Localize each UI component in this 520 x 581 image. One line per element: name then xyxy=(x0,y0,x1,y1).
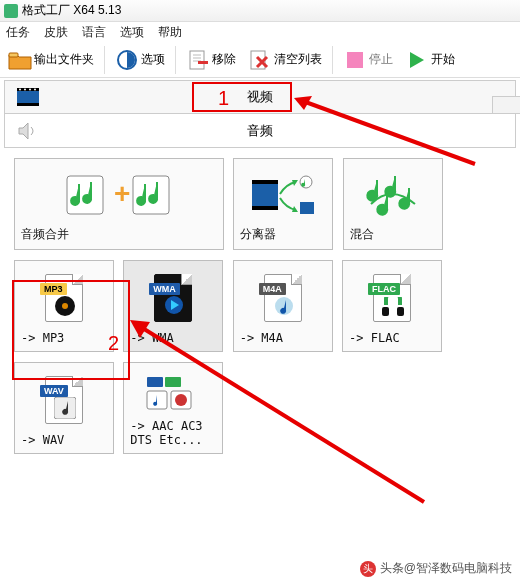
svg-point-13 xyxy=(24,89,26,91)
svg-rect-20 xyxy=(252,180,278,184)
separator xyxy=(332,46,333,74)
card-wav[interactable]: WAV -> WAV xyxy=(14,362,114,454)
remove-icon xyxy=(186,48,210,72)
svg-rect-32 xyxy=(165,377,181,387)
menu-skin[interactable]: 皮肤 xyxy=(44,24,68,41)
window-title: 格式工厂 X64 5.13 xyxy=(22,2,121,19)
card-label: 混合 xyxy=(344,226,374,243)
svg-rect-8 xyxy=(347,52,363,68)
title-bar: 格式工厂 X64 5.13 xyxy=(0,0,520,22)
watermark-text: 头条@智泽数码电脑科技 xyxy=(380,560,512,577)
category-video-label: 视频 xyxy=(247,88,273,106)
svg-point-35 xyxy=(175,394,187,406)
audio-icon xyxy=(17,121,37,141)
toolbar: 输出文件夹 选项 移除 清空列表 停止 开始 xyxy=(0,42,520,78)
card-label: 音频合并 xyxy=(15,226,69,243)
svg-rect-6 xyxy=(198,61,208,64)
options-label: 选项 xyxy=(141,51,165,68)
svg-point-15 xyxy=(34,89,36,91)
menu-bar: 任务 皮肤 语言 选项 帮助 xyxy=(0,22,520,42)
card-label: -> MP3 xyxy=(15,331,64,345)
category-audio-label: 音频 xyxy=(247,122,273,140)
output-folder-button[interactable]: 输出文件夹 xyxy=(4,46,98,74)
separator xyxy=(175,46,176,74)
separator xyxy=(104,46,105,74)
menu-options[interactable]: 选项 xyxy=(120,24,144,41)
card-aac-etc[interactable]: -> AAC AC3 DTS Etc... xyxy=(123,362,223,454)
card-audio-merge[interactable]: + 音频合并 xyxy=(14,158,224,250)
play-icon xyxy=(405,48,429,72)
splitter-icon xyxy=(248,163,318,226)
flac-file-icon: FLAC xyxy=(373,274,411,322)
card-flac[interactable]: FLAC -> FLAC xyxy=(342,260,442,352)
wma-file-icon: WMA xyxy=(154,274,192,322)
svg-rect-28 xyxy=(382,307,389,316)
mp3-file-icon: MP3 xyxy=(45,274,83,322)
mix-icon xyxy=(365,163,421,226)
audio-merge-icon: + xyxy=(59,163,179,226)
svg-text:+: + xyxy=(114,178,130,209)
svg-rect-31 xyxy=(147,377,163,387)
svg-rect-29 xyxy=(397,307,404,316)
options-icon xyxy=(115,48,139,72)
stop-button[interactable]: 停止 xyxy=(339,46,397,74)
wav-file-icon: WAV xyxy=(45,376,83,424)
svg-point-12 xyxy=(19,89,21,91)
svg-rect-2 xyxy=(190,51,204,69)
svg-rect-11 xyxy=(17,103,39,106)
menu-language[interactable]: 语言 xyxy=(82,24,106,41)
svg-rect-30 xyxy=(54,397,76,419)
remove-button[interactable]: 移除 xyxy=(182,46,240,74)
card-label: -> WMA xyxy=(124,331,173,345)
card-mp3[interactable]: MP3 -> MP3 xyxy=(14,260,114,352)
card-label: -> AAC AC3 DTS Etc... xyxy=(124,419,202,447)
card-label: -> FLAC xyxy=(343,331,400,345)
stop-label: 停止 xyxy=(369,51,393,68)
clear-list-icon xyxy=(248,48,272,72)
svg-point-14 xyxy=(29,89,31,91)
card-label: -> M4A xyxy=(234,331,283,345)
menu-tasks[interactable]: 任务 xyxy=(6,24,30,41)
card-label: -> WAV xyxy=(15,433,64,447)
annotation-number-2: 2 xyxy=(108,332,119,355)
svg-point-25 xyxy=(62,303,68,309)
card-splitter[interactable]: 分离器 xyxy=(233,158,333,250)
folder-icon xyxy=(8,48,32,72)
annotation-number-1: 1 xyxy=(218,87,229,110)
video-icon xyxy=(17,88,39,106)
m4a-file-icon: M4A xyxy=(264,274,302,322)
menu-help[interactable]: 帮助 xyxy=(158,24,182,41)
start-button[interactable]: 开始 xyxy=(401,46,459,74)
card-mix[interactable]: 混合 xyxy=(343,158,443,250)
options-button[interactable]: 选项 xyxy=(111,46,169,74)
watermark: 头 头条@智泽数码电脑科技 xyxy=(360,560,512,577)
multi-format-icon xyxy=(143,367,203,419)
app-logo-icon xyxy=(4,4,18,18)
start-label: 开始 xyxy=(431,51,455,68)
right-panel-stub xyxy=(492,96,520,114)
svg-rect-0 xyxy=(9,53,18,57)
content-area: + 音频合并 分离器 xyxy=(0,148,520,474)
svg-rect-19 xyxy=(252,180,278,210)
watermark-icon: 头 xyxy=(360,561,376,577)
category-audio[interactable]: 音频 xyxy=(4,114,516,148)
card-wma[interactable]: WMA -> WMA xyxy=(123,260,223,352)
card-m4a[interactable]: M4A -> M4A xyxy=(233,260,333,352)
clear-list-button[interactable]: 清空列表 xyxy=(244,46,326,74)
svg-rect-23 xyxy=(300,202,314,214)
card-label: 分离器 xyxy=(234,226,276,243)
category-video[interactable]: 视频 xyxy=(4,80,516,114)
svg-rect-21 xyxy=(252,206,278,210)
stop-icon xyxy=(343,48,367,72)
clear-list-label: 清空列表 xyxy=(274,51,322,68)
output-folder-label: 输出文件夹 xyxy=(34,51,94,68)
remove-label: 移除 xyxy=(212,51,236,68)
